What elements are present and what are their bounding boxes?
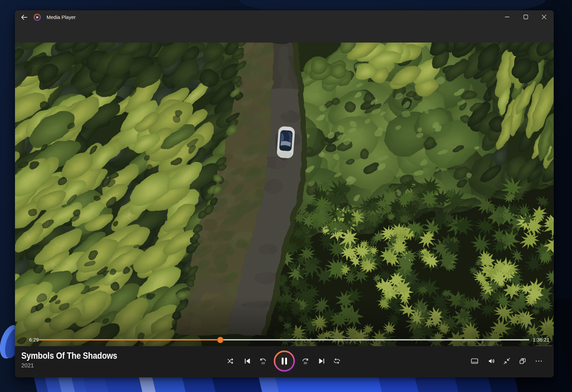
svg-text:10: 10	[261, 361, 265, 365]
svg-text:30: 30	[304, 361, 307, 365]
